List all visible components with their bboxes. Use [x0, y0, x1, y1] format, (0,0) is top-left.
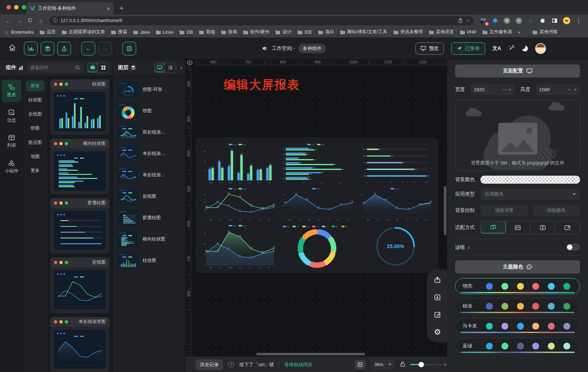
increase-width-icon[interactable]: + — [508, 87, 511, 92]
vertical-scrollbar[interactable] — [444, 186, 446, 235]
component-search[interactable] — [27, 63, 84, 73]
workspace-badge[interactable]: 各种组件 — [298, 44, 326, 53]
category-item[interactable]: 所有 — [26, 80, 45, 91]
bookmark-folder[interactable]: 游戏 — [221, 29, 237, 35]
lock-icon[interactable] — [400, 361, 405, 368]
width-value[interactable]: 1920 — [474, 87, 499, 92]
browser-forward-icon[interactable]: → — [14, 18, 24, 24]
category-item[interactable]: 饼图 — [26, 123, 45, 134]
macos-traffic-lights[interactable] — [7, 5, 26, 9]
bookmarks-overflow-icon[interactable]: » — [518, 30, 520, 35]
category-item[interactable]: 折线图 — [26, 109, 45, 120]
canvas-text-title[interactable]: 编辑大屏报表 — [224, 77, 300, 93]
layer-item[interactable]: 柱状图 — [117, 252, 181, 269]
canvas-body[interactable]: 编辑大屏报表 data1data201002003001201302001301… — [192, 66, 447, 357]
width-input[interactable]: 1920 −+ — [470, 84, 515, 95]
other-bookmarks[interactable]: 其他书签 — [532, 29, 558, 35]
component-card[interactable]: 柱状图 — [50, 79, 109, 135]
grid-view-toggle[interactable] — [98, 63, 109, 72]
extension-diamond-icon[interactable] — [491, 17, 499, 24]
layer-item[interactable]: 单折线渐... — [117, 145, 181, 162]
category-item[interactable]: 柱状图 — [26, 95, 45, 105]
details-toggle-button[interactable] — [57, 42, 71, 55]
browser-menu-icon[interactable]: ⋮ — [575, 17, 582, 24]
capsule-bar-chart[interactable]: 厦门20南阳40北京60上海80新疆100020406080100 — [359, 143, 432, 184]
help-icon[interactable]: ? — [228, 361, 234, 368]
components-toggle-button[interactable] — [24, 42, 38, 55]
bookmark-folder[interactable]: 网站/博客/文章/工具 — [340, 29, 387, 35]
extension-grid-icon[interactable]: 9 — [479, 17, 487, 24]
layers-toggle-button[interactable] — [41, 42, 54, 55]
share-icon[interactable] — [458, 18, 463, 24]
side-panel-icon[interactable] — [551, 17, 558, 24]
apply-type-select[interactable]: 应用颜色 — [480, 188, 580, 200]
address-bar[interactable]: ⓘ 127.0.0.1:3000/#/chart/home/9 ☆ — [49, 16, 474, 25]
magic-wand-icon[interactable] — [508, 45, 515, 53]
single-line-gradient-chart[interactable]: data101002001202001508070110130MonTueWed… — [280, 187, 354, 221]
browser-tab[interactable]: 工作空间-各种组件 × — [26, 2, 114, 14]
bookmark-folder[interactable]: Java — [133, 29, 150, 35]
adapt-stretch-button[interactable] — [555, 221, 580, 234]
layer-item[interactable]: 单折线渐... — [117, 167, 181, 183]
bookmark-folder[interactable]: 软件/硬件 — [243, 29, 269, 35]
bookmark-folder[interactable]: IDE — [297, 29, 312, 35]
layer-item[interactable]: 双折线渐... — [117, 124, 181, 141]
color-picker-swatch[interactable] — [480, 176, 580, 184]
theme-row[interactable]: 蓝绿 — [455, 338, 580, 354]
bookmark-folder[interactable]: 运营 — [39, 29, 56, 35]
maximize-window-button[interactable] — [22, 5, 26, 9]
dashboard-preview[interactable]: data1data2010020030012013020013015031280… — [196, 137, 438, 273]
theme-row[interactable]: 明亮 — [455, 278, 580, 294]
nav-item-widgets[interactable]: 小组件 — [2, 156, 21, 178]
preview-button[interactable]: 预览 — [415, 42, 444, 55]
component-card[interactable]: 折线图 — [50, 258, 109, 313]
height-input[interactable]: 1080 −+ — [536, 84, 580, 95]
background-upload-dropzone[interactable]: 背景图需小于 5M，格式为 png/jpg/gif 的文件 — [455, 100, 580, 171]
component-card[interactable]: 单折线渐变图 — [50, 317, 109, 372]
page-config-header[interactable]: 页面配置 — [455, 64, 580, 78]
category-item[interactable]: 散点图 — [26, 137, 45, 148]
ring-pie-chart[interactable]: MonTueWedThuFriSatSun — [280, 224, 354, 268]
site-info-icon[interactable]: ⓘ — [53, 17, 58, 24]
bookmark-folder[interactable]: 设计 — [275, 29, 291, 35]
theme-color-header[interactable]: 主题颜色 — [455, 260, 580, 273]
language-icon[interactable]: 文A — [492, 45, 501, 52]
category-item[interactable]: 地图 — [26, 151, 45, 162]
browser-home-icon[interactable]: ⌂ — [36, 18, 46, 24]
profile-avatar-icon[interactable] — [563, 17, 570, 24]
filter-toggle[interactable] — [566, 244, 580, 251]
shortcut-panel-button[interactable] — [355, 360, 366, 369]
publish-button[interactable]: 已发布 — [451, 42, 485, 55]
bookmark-folder[interactable]: PHP — [460, 29, 476, 35]
close-window-button[interactable] — [7, 5, 11, 9]
save-button[interactable] — [122, 42, 136, 55]
new-tab-button[interactable]: + — [119, 4, 123, 12]
bar-chart[interactable]: data1data2010020030012013020013015031280… — [202, 143, 275, 184]
settings-gear-icon[interactable]: ⚙ — [431, 326, 444, 338]
collapse-panel-icon[interactable]: ‹ — [180, 64, 182, 71]
bookmark-folder[interactable]: 资讯未整理 — [393, 29, 423, 35]
adapt-width-button[interactable] — [506, 221, 531, 234]
thumbnail-view-toggle[interactable] — [154, 63, 165, 72]
layer-item[interactable]: 胶囊柱图 — [117, 209, 181, 226]
redo-button[interactable]: → — [98, 42, 112, 55]
browser-back-icon[interactable]: ← — [4, 18, 13, 24]
nav-item-info[interactable]: A 信息 — [2, 105, 21, 128]
increase-height-icon[interactable]: + — [574, 87, 577, 92]
bookmarks-manager[interactable]: ☆ Bookmarks — [4, 29, 34, 35]
export-button[interactable] — [431, 274, 444, 286]
theme-row[interactable]: 暗淡 — [455, 298, 580, 314]
history-button[interactable]: 历史记录 — [196, 359, 223, 370]
single-view-toggle[interactable] — [87, 63, 98, 72]
bookmark-star-icon[interactable]: ☆ — [466, 18, 470, 24]
bookmark-folder[interactable]: 前端 — [199, 29, 215, 35]
url-text[interactable]: 127.0.0.1:3000/#/chart/home/9 — [60, 18, 455, 23]
minimize-window-button[interactable] — [14, 5, 18, 9]
dark-mode-icon[interactable] — [522, 46, 528, 51]
home-icon[interactable] — [9, 44, 16, 53]
single-line-area-chart[interactable]: data101002001202001508070110130MonTueWed… — [359, 187, 432, 221]
search-input[interactable] — [30, 65, 73, 70]
dual-line-gradient-chart[interactable]: data1data2010020030012020015080701101301… — [202, 224, 275, 268]
undo-button[interactable]: ← — [81, 42, 95, 55]
height-value[interactable]: 1080 — [539, 87, 565, 92]
